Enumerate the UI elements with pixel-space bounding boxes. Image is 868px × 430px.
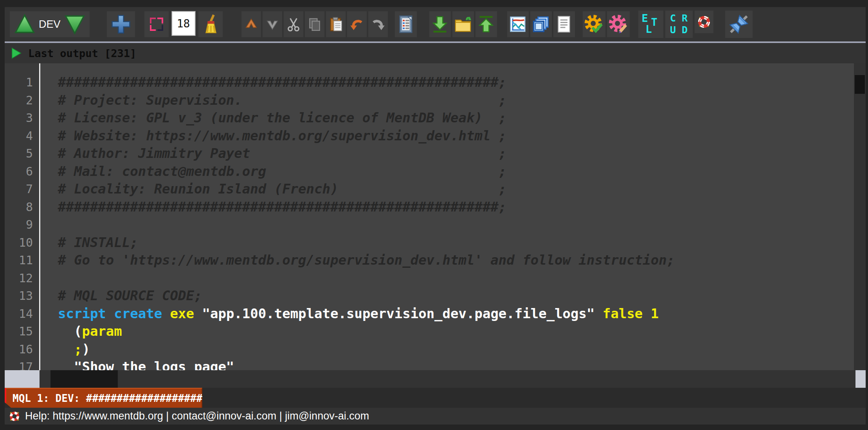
line-number: 17 <box>5 358 39 370</box>
open-folder-icon <box>454 16 472 33</box>
line-code: # Locality: Reunion Island (French) ; <box>39 180 506 198</box>
log-doc-button[interactable] <box>395 11 417 37</box>
code-line: 11# Go to 'https://www.mentdb.org/superv… <box>5 251 854 269</box>
connector-button[interactable] <box>725 11 753 38</box>
windows-button[interactable] <box>530 11 552 37</box>
help-ring-button[interactable] <box>695 11 713 33</box>
line-code: # Go to 'https://www.mentdb.org/supervis… <box>39 251 675 269</box>
line-code: "Show the logs page" <box>39 358 234 370</box>
copy-icon <box>307 17 322 32</box>
selection-icon <box>150 18 163 31</box>
line-number: 12 <box>5 269 39 287</box>
code-line: 6# Mail: contact@mentdb.org ; <box>5 163 854 181</box>
chart-icon <box>509 16 526 33</box>
mentdb-window: DEV 18 <box>5 7 866 425</box>
code-line: 4# Website: https://www.mentdb.org/super… <box>5 127 854 145</box>
selection-button[interactable] <box>144 11 169 37</box>
status-lifebuoy-icon <box>9 410 20 422</box>
font-size-box[interactable]: 18 <box>172 11 195 36</box>
code-line: 12 <box>5 269 854 287</box>
vertical-scrollbar[interactable] <box>854 63 866 370</box>
horizontal-scrollbar-thumb[interactable] <box>50 370 118 388</box>
log-doc-icon <box>398 15 414 33</box>
line-code <box>39 269 58 287</box>
line-number: 11 <box>5 251 39 269</box>
vertical-scrollbar-thumb[interactable] <box>855 75 865 94</box>
line-number: 16 <box>5 340 39 358</box>
help-text: Help: https://www.mentdb.org | contact@i… <box>25 410 369 422</box>
code-line: 8#######################################… <box>5 198 854 216</box>
horizontal-scrollbar[interactable] <box>5 370 866 388</box>
import-icon <box>431 15 448 33</box>
tab-label: MQL 1: DEV: ########################... <box>13 392 251 404</box>
gear-edit-icon <box>608 14 628 34</box>
code-editor[interactable]: 1#######################################… <box>5 63 854 370</box>
gear-check-button[interactable] <box>583 11 605 37</box>
dev-down-icon[interactable] <box>64 13 86 35</box>
toolbar: DEV 18 <box>5 7 866 41</box>
clean-icon <box>201 14 220 34</box>
dev-up-icon[interactable] <box>14 13 36 35</box>
clean-button[interactable] <box>198 11 223 37</box>
export-button[interactable] <box>475 11 497 37</box>
line-number: 8 <box>5 198 39 216</box>
code-line: 9 <box>5 216 854 234</box>
line-code: ########################################… <box>39 198 506 216</box>
elt-button[interactable]: E T L <box>638 11 663 38</box>
scrollbar-corner-left <box>5 370 40 388</box>
code-line: 7# Locality: Reunion Island (French) ; <box>5 180 854 198</box>
chart-button[interactable] <box>507 11 529 37</box>
cut-button[interactable] <box>284 11 303 37</box>
tab-bar: MQL 1: DEV: ########################... <box>5 388 866 408</box>
redo-button[interactable] <box>368 11 388 37</box>
line-number: 9 <box>5 216 39 234</box>
dev-group: DEV <box>10 11 90 37</box>
add-tab-button[interactable] <box>271 390 290 407</box>
line-number: 15 <box>5 322 39 340</box>
crud-button[interactable]: C R U D <box>665 11 693 38</box>
paste-button[interactable] <box>326 11 346 37</box>
scroll-bottom-icon <box>265 16 280 32</box>
line-code: ;) <box>39 340 90 358</box>
editor-lines: 1#######################################… <box>5 63 854 370</box>
document-button[interactable] <box>553 11 575 37</box>
paste-icon <box>328 16 344 32</box>
tab-clean-icon[interactable] <box>256 393 266 404</box>
connector-icon <box>728 13 750 36</box>
tab-mql-1[interactable]: MQL 1: DEV: ########################... <box>5 388 202 408</box>
line-number: 2 <box>5 91 39 109</box>
import-button[interactable] <box>429 11 451 37</box>
scroll-top-icon <box>243 16 259 32</box>
line-code: # Website: https://www.mentdb.org/superv… <box>39 127 506 145</box>
crud-icon: C R <box>670 13 688 24</box>
line-code: ########################################… <box>39 73 506 91</box>
gear-edit-button[interactable] <box>607 11 630 37</box>
add-button[interactable] <box>107 11 135 37</box>
cut-icon <box>286 16 301 32</box>
play-icon <box>11 47 22 59</box>
lifebuoy-icon <box>697 14 711 29</box>
copy-button[interactable] <box>305 11 324 37</box>
export-icon <box>477 15 495 33</box>
code-line: 3# License: GPL v_3 (under the licence o… <box>5 109 854 127</box>
line-code: # Project: Supervision. ; <box>39 91 506 109</box>
editor-zone: 1#######################################… <box>5 63 866 370</box>
line-number: 1 <box>5 73 39 91</box>
code-line: 10# INSTALL; <box>5 234 854 252</box>
scroll-top-button[interactable] <box>241 11 261 37</box>
line-number: 7 <box>5 180 39 198</box>
add-icon <box>110 14 131 35</box>
output-header: Last output [231] <box>5 43 866 63</box>
code-line: 13# MQL SOURCE CODE; <box>5 287 854 305</box>
redo-icon <box>370 16 386 32</box>
elt-icon: E <box>642 12 648 24</box>
line-code: # License: GPL v_3 (under the licence of… <box>39 109 506 127</box>
status-bar: Help: https://www.mentdb.org | contact@i… <box>5 408 866 425</box>
code-line: 15 (param <box>5 322 854 340</box>
gear-check-icon <box>584 14 604 34</box>
scroll-bottom-button[interactable] <box>263 11 282 37</box>
open-folder-button[interactable] <box>452 11 474 37</box>
line-number: 4 <box>5 127 39 145</box>
undo-button[interactable] <box>347 11 367 37</box>
line-number: 6 <box>5 163 39 181</box>
